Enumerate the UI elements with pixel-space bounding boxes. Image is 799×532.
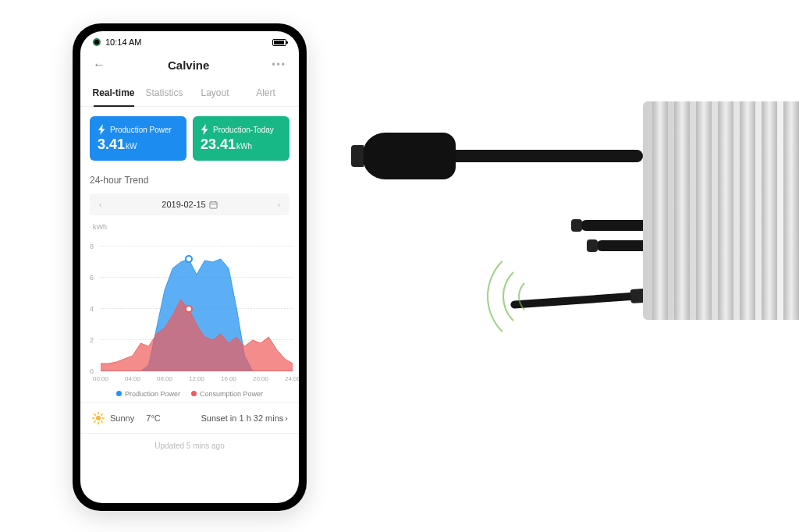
svg-line-11 (94, 421, 96, 423)
sun-icon (91, 411, 105, 425)
ytick-0: 0 (90, 367, 94, 375)
status-bar: 10:14 AM (80, 31, 299, 50)
consumption-series (101, 246, 293, 371)
ac-plug (362, 133, 456, 179)
date-value: 2019-02-15 (162, 200, 205, 209)
chart-area: kWh 0 2 4 6 8 00:00 04:00 08:00 12:00 16… (90, 215, 289, 403)
camera-hole-icon (93, 38, 101, 46)
xtick-1: 04:00 (125, 375, 140, 382)
tab-bar: Real-time Statistics Layout Alert (80, 80, 299, 107)
legend-consumption-dot (191, 391, 197, 396)
ytick-2: 4 (90, 305, 94, 313)
svg-line-10 (101, 421, 103, 423)
page-title: Calvine (168, 59, 209, 72)
battery-icon (272, 39, 286, 46)
bolt-icon (98, 124, 107, 135)
xtick-6: 24:00 (285, 375, 299, 382)
ytick-3: 6 (90, 274, 94, 282)
legend-consumption-label: Consumption Power (200, 390, 263, 398)
svg-line-12 (101, 414, 103, 416)
svg-line-9 (94, 414, 96, 416)
production-power-label: Production Power (110, 126, 172, 134)
production-power-card[interactable]: Production Power 3.41kW (90, 116, 186, 161)
status-time: 10:14 AM (105, 37, 141, 47)
weather-conditions: Sunny (110, 413, 134, 423)
production-marker[interactable] (185, 255, 193, 263)
tab-layout[interactable]: Layout (190, 80, 240, 106)
legend-production-label: Production Power (125, 390, 180, 398)
chart-legend: Production Power Consumption Power (90, 382, 289, 403)
trend-chart[interactable]: 0 2 4 6 8 00:00 04:00 08:00 12:00 16:00 … (90, 234, 293, 382)
xtick-0: 00:00 (93, 375, 108, 382)
back-icon[interactable]: ← (93, 58, 105, 72)
production-power-unit: kW (126, 142, 137, 151)
production-power-value: 3.41 (98, 137, 125, 152)
svg-point-4 (96, 416, 101, 420)
production-today-card[interactable]: Production-Today 23.41kWh (193, 116, 289, 161)
xtick-3: 12:00 (189, 375, 204, 382)
ytick-4: 8 (90, 243, 94, 250)
phone-screen: 10:14 AM ← Calvine ••• Real-time Statist… (80, 31, 299, 503)
chevron-right-icon: › (285, 413, 288, 423)
phone-frame: 10:14 AM ← Calvine ••• Real-time Statist… (73, 23, 307, 511)
chart-plot (101, 246, 293, 371)
date-picker[interactable]: ‹ 2019-02-15 › (90, 193, 289, 215)
xtick-5: 20:00 (253, 375, 268, 382)
xtick-2: 08:00 (157, 375, 172, 382)
weather-temp: 7°C (146, 413, 160, 423)
date-prev-icon[interactable]: ‹ (99, 200, 101, 209)
production-today-label: Production-Today (213, 126, 274, 134)
device-illustration (362, 101, 799, 413)
production-today-value: 23.41 (201, 137, 236, 152)
calendar-icon (209, 200, 218, 209)
production-today-unit: kWh (236, 142, 252, 151)
app-header: ← Calvine ••• (80, 50, 299, 80)
date-next-icon[interactable]: › (278, 200, 280, 209)
sunset-text: Sunset in 1 h 32 mins (201, 413, 284, 423)
more-menu-icon[interactable]: ••• (272, 59, 286, 70)
svg-rect-0 (210, 201, 217, 207)
bolt-icon (201, 124, 210, 135)
tab-statistics[interactable]: Statistics (139, 80, 190, 106)
micro-inverter (643, 101, 799, 320)
tab-realtime[interactable]: Real-time (88, 80, 139, 106)
last-updated: Updated 5 mins ago (80, 434, 299, 458)
xtick-4: 16:00 (221, 375, 236, 382)
trend-section: 24-hour Trend ‹ 2019-02-15 › kWh 0 2 4 (80, 170, 299, 403)
consumption-marker[interactable] (185, 305, 193, 313)
weather-bar[interactable]: Sunny 7°C Sunset in 1 h 32 mins › (80, 403, 299, 434)
tab-alert[interactable]: Alert (240, 80, 291, 106)
chart-ylabel: kWh (90, 223, 289, 231)
ytick-1: 2 (90, 336, 94, 344)
legend-production-dot (116, 391, 122, 396)
summary-cards: Production Power 3.41kW Production-Today… (80, 107, 299, 170)
trend-title: 24-hour Trend (90, 170, 289, 193)
